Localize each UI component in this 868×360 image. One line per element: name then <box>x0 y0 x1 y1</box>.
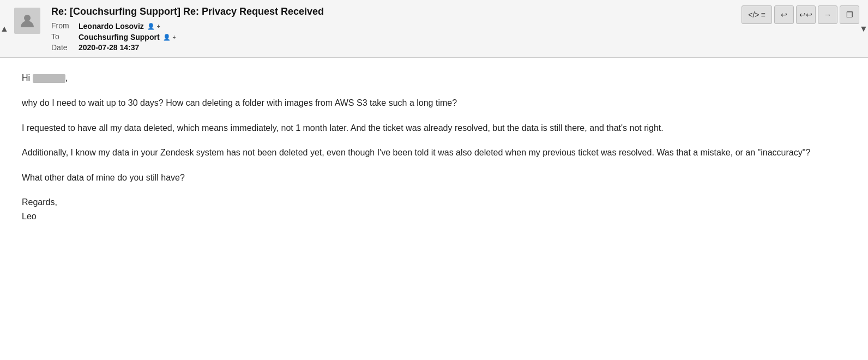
expand-down-arrow[interactable]: ▼ <box>859 22 868 35</box>
reply-all-icon: ↩↩ <box>799 10 812 19</box>
svg-point-0 <box>24 15 31 21</box>
date-value: 2020-07-28 14:37 <box>79 43 742 52</box>
to-name: Couchsurfing Support <box>79 33 160 41</box>
toolbar: </> ≡ ↩ ↩↩ → ❐ <box>742 5 859 24</box>
email-container: ▲ Re: [Couchsurfing Support] Re: Privacy… <box>0 0 868 245</box>
menu-icon: ≡ <box>761 10 765 19</box>
from-value: Leonardo Losoviz + <box>79 21 742 31</box>
email-header: ▲ Re: [Couchsurfing Support] Re: Privacy… <box>0 0 868 58</box>
to-contact-icon <box>162 32 172 42</box>
closing: Regards, Leo <box>22 195 846 223</box>
collapse-icon: ▲ <box>0 24 9 34</box>
code-view-button[interactable]: </> ≡ <box>742 5 772 24</box>
person-icon <box>19 12 36 29</box>
greeting-text: Hi <box>22 73 30 82</box>
code-icon: </> <box>748 10 759 19</box>
from-contact-icon <box>146 21 156 31</box>
body-paragraph-4: What other data of mine do you still hav… <box>22 171 846 185</box>
from-label: From <box>51 21 79 31</box>
body-paragraph-2: I requested to have all my data deleted,… <box>22 121 846 135</box>
expand-icon: ❐ <box>846 10 853 19</box>
email-body: Hi , why do I need to wait up to 30 days… <box>0 58 868 245</box>
closing-line1: Regards, <box>22 197 57 207</box>
expand-button[interactable]: ❐ <box>840 5 859 24</box>
redacted-name <box>33 74 65 83</box>
email-subject: Re: [Couchsurfing Support] Re: Privacy R… <box>51 5 742 18</box>
to-contact-plus: + <box>173 34 176 40</box>
reply-icon: ↩ <box>781 10 787 19</box>
meta-table: From Leonardo Losoviz + To Couchsurfing … <box>51 21 742 52</box>
greeting-suffix: , <box>65 73 68 82</box>
forward-icon: → <box>824 10 831 19</box>
reply-button[interactable]: ↩ <box>774 5 794 24</box>
collapse-arrow[interactable]: ▲ <box>0 22 9 35</box>
closing-line2: Leo <box>22 212 37 221</box>
body-paragraph-3: Additionally, I know my data in your Zen… <box>22 146 846 160</box>
avatar <box>14 5 47 34</box>
to-label: To <box>51 32 79 42</box>
to-value: Couchsurfing Support + <box>79 32 742 42</box>
from-name: Leonardo Losoviz <box>79 22 144 31</box>
greeting-paragraph: Hi , <box>22 71 846 85</box>
expand-down-icon: ▼ <box>859 24 868 34</box>
forward-button[interactable]: → <box>818 5 837 24</box>
from-contact-plus: + <box>157 23 160 29</box>
date-label: Date <box>51 43 79 52</box>
avatar-image <box>14 8 40 34</box>
body-paragraph-1: why do I need to wait up to 30 days? How… <box>22 96 846 110</box>
reply-all-button[interactable]: ↩↩ <box>796 5 816 24</box>
header-content: Re: [Couchsurfing Support] Re: Privacy R… <box>47 5 742 52</box>
